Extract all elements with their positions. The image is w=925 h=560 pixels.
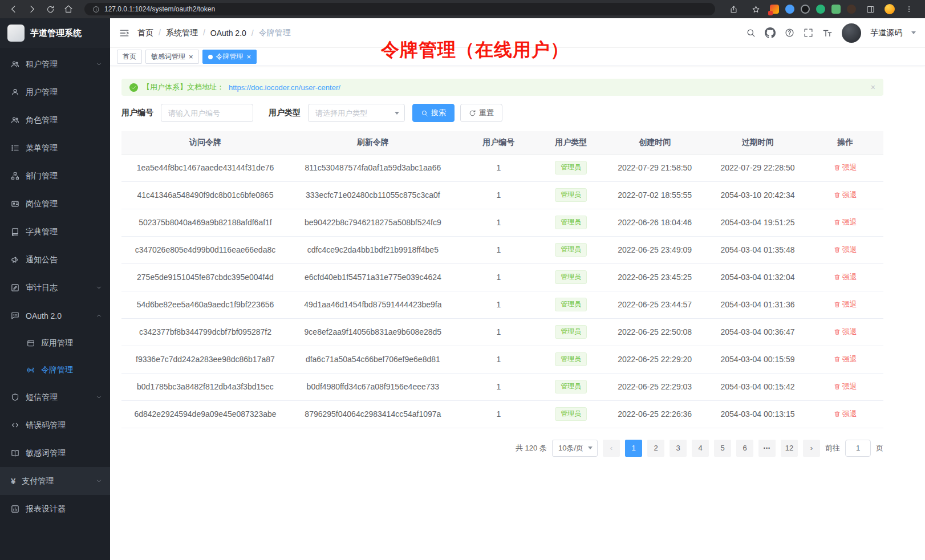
action-cell: 强退 — [807, 346, 883, 373]
page-button-5[interactable]: 5 — [714, 440, 731, 457]
extension-icon-3[interactable] — [801, 5, 810, 14]
sidebar-item-sms[interactable]: 短信管理 — [0, 383, 110, 411]
force-logout-button[interactable]: 强退 — [834, 327, 857, 337]
navbar-tools: 芋道源码 — [746, 23, 916, 43]
refresh-token-cell: 333ecfc71e02480cb11055c875c3ca0f — [289, 181, 457, 209]
sidebar-fold-icon[interactable] — [119, 28, 129, 38]
sidebar-item-report-designer[interactable]: 报表设计器 — [0, 495, 110, 523]
expire-time-cell: 2054-03-04 01:31:36 — [708, 291, 808, 318]
sidebar-item-menu[interactable]: 菜单管理 — [0, 134, 110, 162]
sidebar-item-error-code[interactable]: 错误码管理 — [0, 411, 110, 439]
extension-icon-4[interactable] — [816, 5, 825, 14]
prev-page-button[interactable]: ‹ — [603, 440, 620, 457]
reset-button[interactable]: 重置 — [460, 104, 502, 122]
doc-link[interactable]: https://doc.iocoder.cn/user-center/ — [229, 83, 340, 92]
force-logout-button[interactable]: 强退 — [834, 217, 857, 228]
sidebar-item-oauth[interactable]: OAuth 2.0 — [0, 302, 110, 330]
page-button-4[interactable]: 4 — [692, 440, 709, 457]
force-logout-label: 强退 — [842, 327, 857, 337]
fullscreen-icon[interactable] — [804, 28, 813, 38]
created-time-cell: 2022-06-25 22:50:08 — [602, 318, 708, 346]
force-logout-label: 强退 — [842, 382, 857, 392]
sidebar-item-dict[interactable]: 字典管理 — [0, 218, 110, 246]
reset-button-label: 重置 — [479, 108, 494, 118]
extension-icon-2[interactable] — [785, 5, 794, 14]
home-icon[interactable] — [60, 2, 76, 16]
sidebar-item-payment[interactable]: ¥ 支付管理 — [0, 467, 110, 495]
action-cell: 强退 — [807, 263, 883, 291]
sidebar-item-oauth-apps[interactable]: 应用管理 — [0, 330, 110, 356]
force-logout-button[interactable]: 强退 — [834, 245, 857, 255]
breadcrumb-item[interactable]: 系统管理 — [166, 28, 210, 38]
force-logout-button[interactable]: 强退 — [834, 190, 857, 200]
next-page-button[interactable]: › — [803, 440, 820, 457]
alert-close-icon[interactable] — [871, 83, 875, 92]
address-bar[interactable]: 127.0.0.1:1024/system/oauth2/token — [84, 3, 715, 15]
page-button-1[interactable]: 1 — [625, 440, 642, 457]
col-expires: 过期时间 — [708, 131, 808, 154]
font-size-icon[interactable] — [822, 28, 833, 38]
action-cell: 强退 — [807, 373, 883, 400]
success-check-icon — [129, 83, 138, 92]
close-icon[interactable] — [247, 53, 251, 61]
user-avatar[interactable] — [842, 23, 861, 43]
github-icon[interactable] — [765, 27, 776, 38]
share-icon[interactable] — [725, 2, 741, 16]
url-text[interactable]: 127.0.0.1:1024/system/oauth2/token — [104, 5, 215, 13]
refresh-token-cell: 49d1aa46d1454fbd87591444423be9fa — [289, 291, 457, 318]
force-logout-button[interactable]: 强退 — [834, 272, 857, 282]
user-menu-caret-icon[interactable] — [911, 31, 916, 34]
extension-icon-5[interactable] — [831, 5, 841, 14]
extension-icon-6[interactable] — [847, 5, 856, 14]
user-type-select[interactable] — [308, 104, 405, 122]
sidebar-item-user[interactable]: 用户管理 — [0, 78, 110, 106]
browser-menu-icon[interactable] — [901, 2, 917, 16]
tab-home[interactable]: 首页 — [117, 50, 142, 64]
user-id-input[interactable] — [161, 104, 253, 122]
breadcrumb-item[interactable]: OAuth 2.0 — [210, 29, 259, 38]
side-panel-icon[interactable] — [862, 2, 878, 16]
search-icon[interactable] — [746, 28, 756, 38]
more-pages-button[interactable]: ••• — [758, 440, 776, 457]
sidebar-item-label: 菜单管理 — [26, 143, 58, 153]
page-size-select[interactable]: 10条/页 — [552, 440, 598, 457]
force-logout-button[interactable]: 强退 — [834, 409, 857, 419]
search-button[interactable]: 搜索 — [412, 104, 455, 122]
table-row: c347026e805e4d99b0d116eae66eda8c cdfc4ce… — [121, 236, 883, 263]
sidebar-item-oauth-token[interactable]: 令牌管理 — [0, 356, 110, 383]
sidebar-item-role[interactable]: 角色管理 — [0, 106, 110, 134]
force-logout-button[interactable]: 强退 — [834, 354, 857, 364]
forward-icon[interactable] — [24, 2, 40, 16]
user-type-cell: 管理员 — [541, 291, 602, 318]
page-button-3[interactable]: 3 — [670, 440, 687, 457]
bookmark-star-icon[interactable] — [748, 2, 764, 16]
sidebar-item-tenant[interactable]: 租户管理 — [0, 50, 110, 78]
force-logout-button[interactable]: 强退 — [834, 382, 857, 392]
col-created: 创建时间 — [602, 131, 708, 154]
table-row: 1ea5e44f8bc1467aaede43144f31de76 811c530… — [121, 154, 883, 181]
close-icon[interactable] — [189, 53, 193, 61]
force-logout-button[interactable]: 强退 — [834, 299, 857, 310]
search-button-label: 搜索 — [431, 108, 446, 118]
page-button-6[interactable]: 6 — [736, 440, 753, 457]
back-icon[interactable] — [6, 2, 22, 16]
tab-sensitive-words[interactable]: 敏感词管理 — [145, 50, 199, 64]
sidebar-item-post[interactable]: 岗位管理 — [0, 190, 110, 218]
tab-token[interactable]: 令牌管理 — [202, 50, 257, 64]
page-button-12[interactable]: 12 — [781, 440, 798, 457]
help-icon[interactable] — [785, 28, 794, 38]
sidebar-item-sensitive-words[interactable]: 敏感词管理 — [0, 439, 110, 467]
reload-icon[interactable] — [42, 2, 58, 16]
profile-avatar-icon[interactable] — [885, 4, 895, 14]
page-info-icon[interactable] — [91, 5, 100, 14]
username[interactable]: 芋道源码 — [870, 28, 902, 38]
goto-page-input[interactable] — [845, 440, 871, 457]
sidebar-item-audit-log[interactable]: 审计日志 — [0, 274, 110, 302]
user-type-select-input[interactable] — [308, 104, 405, 122]
page-button-2[interactable]: 2 — [647, 440, 664, 457]
sidebar-item-notice[interactable]: 通知公告 — [0, 246, 110, 274]
extension-icon-1[interactable] — [770, 5, 779, 14]
force-logout-button[interactable]: 强退 — [834, 163, 857, 173]
sidebar-item-dept[interactable]: 部门管理 — [0, 162, 110, 190]
breadcrumb-item[interactable]: 首页 — [137, 28, 166, 38]
